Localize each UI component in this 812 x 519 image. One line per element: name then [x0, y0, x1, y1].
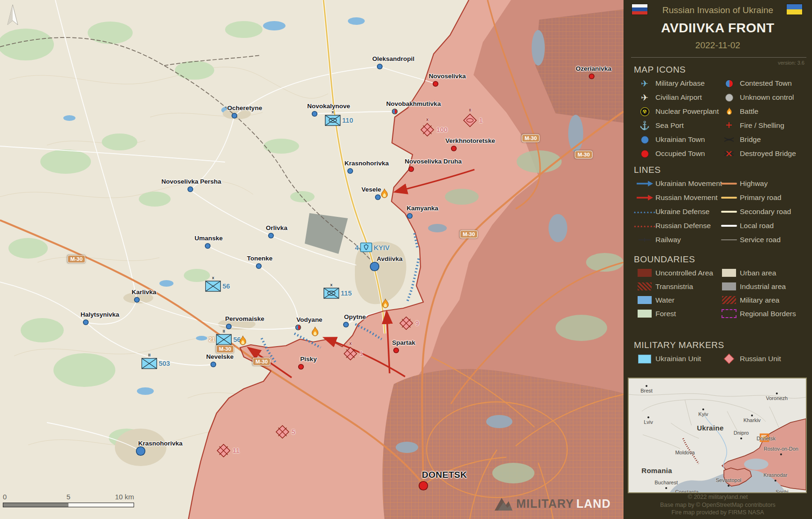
legend-label: Russian Movement — [655, 193, 718, 202]
town-marker-verkhnotoretske — [452, 147, 456, 151]
nuclear-powerplant-icon: ☢ — [634, 107, 655, 116]
regional-borders-icon — [718, 309, 740, 318]
town-label-karlivka: Karlivka — [132, 289, 157, 296]
russian-movement-icon — [634, 195, 655, 200]
legend-label: Russian Unit — [740, 355, 781, 363]
local-road-icon — [718, 225, 740, 227]
ukrainian-unit-marker-56: II56 — [216, 334, 241, 345]
town-label-tonenke: Tonenke — [247, 255, 273, 262]
town-marker-krasnohorivka — [137, 447, 145, 455]
ukrainian-unit-marker-56: x56 — [205, 281, 230, 292]
inset-place-rostov-on-don: Rostov-on-Don — [764, 446, 798, 452]
legend-row: Secondary road — [718, 205, 808, 219]
russian-unit-marker-11: 11 — [216, 443, 240, 458]
town-marker-donetsk — [420, 482, 428, 490]
inset-place-sochi: Sochi — [775, 489, 789, 493]
legend-section-military-markers: MILITARY MARKERS Ukrainian UnitRussian U… — [634, 340, 808, 366]
inset-place-romania: Romania — [641, 467, 672, 475]
legend-label: Fire / Shelling — [740, 121, 784, 130]
ukraine-flag-icon — [787, 4, 802, 15]
town-label-oleksandropil: Oleksandropil — [372, 55, 414, 62]
legend-label: Sea Port — [655, 121, 684, 130]
town-marker-halytsynivka — [84, 320, 88, 325]
town-label-novoselivka-druha: Novoselivka Druha — [405, 158, 462, 165]
legend-label: Local road — [740, 222, 774, 230]
inset-place-dot — [774, 480, 776, 482]
scale-label-start: 0 — [3, 493, 7, 501]
legend-row: ⚓Sea Port — [634, 119, 718, 133]
legend-row: ▲▲▲▲▲▲▲Ukraine Defense — [634, 205, 718, 219]
water-icon — [634, 296, 655, 304]
legend-row: Primary road — [718, 191, 808, 205]
map-date: 2022-11-02 — [624, 40, 812, 51]
credit-line-copyright: © 2022 militaryland.net — [624, 493, 812, 501]
town-marker-ozerianivka — [590, 74, 594, 79]
legend-section-map-icons: MAP ICONS ✈Military AirbaseContested Tow… — [634, 65, 808, 161]
inset-place-dnipro: Dnipro — [734, 430, 749, 436]
russian-unit-marker-5: 5 — [275, 424, 295, 439]
road-badge-m-30: M-30 — [522, 134, 540, 142]
credits: © 2022 militaryland.net Base map by © Op… — [624, 493, 812, 517]
legend-label: Regional Borders — [740, 310, 796, 318]
road-badge-m-30: M-30 — [253, 358, 271, 366]
town-marker-spartak — [394, 348, 398, 353]
inset-place-dot — [665, 487, 667, 489]
unit-echelon: x — [212, 275, 214, 280]
watermark: MILITARYLAND — [493, 496, 611, 512]
unit-label: 11 — [233, 447, 240, 454]
battle-icon — [239, 335, 248, 348]
town-marker-pervomaiske — [227, 325, 231, 329]
inset-place-dot — [646, 385, 647, 387]
legend-label: Ukraine Defense — [655, 208, 709, 216]
legend-heading-military-markers: MILITARY MARKERS — [634, 340, 808, 350]
town-marker-novobakhmutivka — [393, 110, 397, 114]
ukrainian-unit-marker-kyiv: 4KYIV — [355, 243, 390, 252]
inset-place-kharkiv: Kharkiv — [744, 417, 761, 423]
unit-echelon: x — [330, 282, 332, 287]
inset-place-sevastopol: Sevastopol — [716, 477, 741, 483]
legend-row: Service road — [718, 233, 808, 247]
town-marker-karlivka — [135, 298, 139, 302]
inset-place-dot — [751, 415, 753, 416]
page-title: AVDIIVKA FRONT — [624, 21, 812, 36]
legend-row: Ukrainian Unit — [634, 352, 718, 366]
sidebar: Russian Invasion of Ukraine AVDIIVKA FRO… — [624, 0, 812, 519]
legend-row: Water — [634, 293, 718, 307]
legend-label: Industrial area — [740, 282, 786, 291]
legend-row: ☢Nuclear Powerplant — [634, 104, 718, 119]
town-label-novoselivka-persha: Novoselivka Persha — [161, 178, 221, 185]
russian-unit-marker-1: x1 — [343, 346, 363, 361]
town-label-novobakhmutivka: Novobakhmutivka — [386, 100, 441, 107]
legend-row: Railway — [634, 233, 718, 247]
inset-place-dot — [702, 408, 704, 410]
town-label-krasnohorivka: Krasnohorivka — [345, 160, 389, 167]
legend-label: Railway — [655, 236, 681, 244]
inset-place-ukraine: Ukraine — [697, 424, 723, 432]
secondary-road-icon — [718, 211, 740, 213]
highway-icon — [718, 183, 740, 185]
town-label-kamyanka: Kamyanka — [406, 205, 438, 212]
inset-place-dot — [728, 485, 729, 487]
town-label-verkhnotoretske: Verkhnotoretske — [445, 137, 495, 144]
russian-defense-icon: ▲▲▲▲▲▲▲ — [634, 224, 655, 228]
legend-row: Destroyed Bridge — [718, 147, 808, 161]
legend-row: Local road — [718, 219, 808, 233]
town-marker-pisky — [299, 365, 303, 369]
ukrainian-unit-icon — [634, 355, 655, 363]
sea-port-icon: ⚓ — [634, 121, 655, 130]
forest-icon — [634, 310, 655, 318]
legend-row: Military area — [718, 293, 808, 307]
legend-heading-boundaries: BOUNDARIES — [634, 254, 808, 265]
unit-echelon: x — [331, 110, 334, 114]
legend-label: Civilian Airport — [655, 93, 702, 102]
ukrainian-unit-marker-503: II503 — [141, 358, 170, 369]
legend-heading-lines: LINES — [634, 165, 808, 175]
credit-line-basemap: Base map by © OpenStreetMap contributors — [624, 501, 812, 509]
inset-place-lviv: Lviv — [644, 419, 653, 425]
russian-unit-marker-1: II1 — [462, 113, 482, 128]
legend-label: Primary road — [740, 193, 782, 202]
legend-label: Highway — [740, 179, 767, 188]
unit-label: KYIV — [374, 244, 390, 251]
fire-shelling-icon — [718, 122, 740, 129]
legend-row: Russian Unit — [718, 352, 808, 366]
